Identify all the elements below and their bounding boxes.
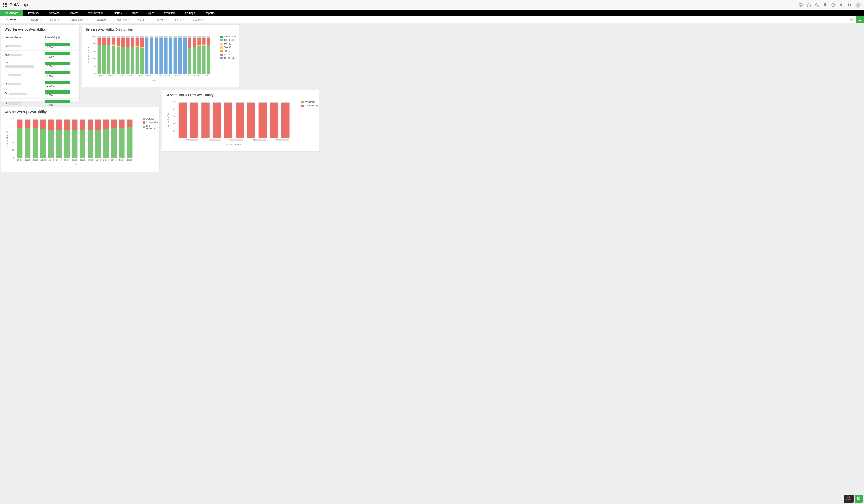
col-availability[interactable]: Availability (%) (41, 34, 80, 41)
svg-text:20:00: 20:00 (33, 159, 38, 161)
nav1-item-reports[interactable]: Reports (200, 10, 219, 16)
svg-text:100: 100 (172, 100, 176, 103)
svg-rect-192 (187, 139, 198, 141)
svg-rect-62 (178, 38, 182, 74)
legend-item[interactable]: 0 - 10 (220, 53, 238, 56)
search-icon[interactable] (815, 3, 819, 7)
screen-icon[interactable] (799, 3, 803, 7)
average-chart[interactable]: 020406080100Availability (%)18:0019:0020… (5, 117, 156, 166)
user-avatar[interactable] (855, 2, 861, 8)
legend-item[interactable]: 10 - 50 (220, 50, 238, 52)
table-row[interactable]: Its-100% (1, 70, 80, 79)
svg-rect-132 (87, 119, 93, 120)
chevron-down-icon: ▾ (129, 19, 130, 21)
nav1-item-maps[interactable]: Maps (127, 10, 143, 16)
panel-title: Servers Top-N Least Availability (162, 90, 319, 99)
nav1-item-apps[interactable]: Apps (143, 10, 159, 16)
svg-text:04:00: 04:00 (146, 74, 152, 77)
svg-rect-144 (119, 119, 124, 120)
legend-item[interactable]: 99.99 - 100 (220, 35, 238, 38)
nav1-item-network[interactable]: Network (44, 10, 64, 16)
svg-rect-176 (201, 102, 209, 103)
vibrate-icon[interactable] (831, 3, 835, 7)
nav2-item-ncm[interactable]: NCM▾ (134, 16, 151, 23)
topn-chart[interactable]: 020406080100Availability (%)171719ElElDe… (166, 100, 316, 146)
nav1-item-servers[interactable]: Servers (64, 10, 83, 16)
nav2-item-network[interactable]: Network▾ (25, 16, 46, 23)
svg-rect-189 (281, 103, 289, 138)
nav2-item-virtualization[interactable]: Virtualization▾ (66, 16, 92, 23)
svg-rect-66 (188, 48, 191, 74)
headset-icon[interactable] (807, 3, 811, 7)
svg-rect-186 (259, 102, 267, 103)
svg-text:02:00: 02:00 (137, 74, 142, 77)
svg-text:80: 80 (173, 108, 176, 110)
svg-text:15:00: 15:00 (111, 159, 117, 161)
svg-text:60: 60 (173, 115, 176, 118)
nav2-item-servers[interactable]: Servers▾ (46, 16, 66, 23)
legend-item[interactable]: 99 - 99.99 (220, 39, 238, 41)
svg-text:19:00: 19:00 (25, 159, 31, 161)
svg-rect-39 (131, 36, 134, 38)
svg-rect-24 (112, 45, 115, 46)
svg-rect-79 (202, 36, 205, 38)
nav2-item-ipam[interactable]: IPAM▾ (171, 16, 189, 23)
svg-rect-110 (33, 120, 38, 129)
svg-text:06:00: 06:00 (156, 74, 161, 77)
svg-point-3 (815, 3, 818, 6)
favorite-star-icon[interactable]: ★ (847, 16, 856, 23)
nav2-item-firewall[interactable]: Firewall▾ (151, 16, 171, 23)
legend-item[interactable]: UnAvailability (301, 104, 319, 107)
nav1-item-alarms[interactable]: Alarms (108, 10, 127, 16)
nav-overflow-icon[interactable]: ⋮ (856, 10, 864, 16)
legend-item[interactable]: 90 - 99 (220, 43, 238, 45)
col-device-name[interactable]: Device Name▲ (1, 34, 41, 41)
svg-rect-44 (141, 48, 144, 74)
nav1-item-workflow[interactable]: Workflow (159, 10, 180, 16)
nav1-item-virtualization[interactable]: Virtualization (83, 10, 108, 16)
nav1-item-dashboard[interactable]: Dashboard (0, 10, 23, 16)
svg-rect-72 (197, 46, 201, 74)
svg-rect-137 (103, 120, 109, 129)
table-row[interactable]: n2-c100% (1, 60, 80, 70)
nav2-item-overview[interactable]: Overview▾ (2, 16, 25, 23)
svg-text:0: 0 (175, 137, 176, 139)
plug-icon[interactable] (839, 3, 843, 7)
svg-rect-52 (155, 38, 158, 74)
legend-item[interactable]: Not Monitored (143, 125, 159, 130)
table-row[interactable]: De-100% (1, 89, 80, 98)
svg-rect-82 (207, 36, 210, 38)
apps-grid-icon[interactable] (3, 3, 7, 7)
legend-item[interactable]: 50 - 90 (220, 46, 238, 49)
svg-rect-178 (213, 102, 221, 103)
legend-item[interactable]: Unavailable (143, 121, 159, 124)
nav1-item-inventory[interactable]: Inventory (23, 10, 44, 16)
svg-rect-104 (17, 120, 23, 128)
svg-rect-177 (213, 103, 221, 138)
add-widget-button[interactable] (856, 16, 864, 23)
svg-rect-118 (56, 130, 62, 158)
legend-item[interactable]: Not Monitored (220, 57, 238, 59)
svg-rect-188 (270, 102, 278, 103)
nav2-item-storage[interactable]: Storage▾ (92, 16, 113, 23)
gear-icon[interactable] (847, 3, 851, 7)
topn-legend: AvailabilityUnAvailability (301, 101, 319, 108)
svg-rect-43 (136, 36, 139, 38)
svg-rect-198 (255, 139, 266, 141)
nav1-item-settings[interactable]: Settings (180, 10, 200, 16)
svg-text:Device Name: Device Name (227, 143, 241, 146)
legend-item[interactable]: Availability (301, 101, 319, 103)
svg-rect-15 (98, 38, 101, 45)
table-row[interactable]: Nfa100% (1, 50, 80, 60)
distribution-chart[interactable]: 020406080100Distribution (%)18:0020:0022… (86, 35, 236, 82)
nav2-item-custom[interactable]: Custom▾ (189, 16, 209, 23)
svg-rect-146 (127, 120, 132, 127)
svg-rect-73 (197, 45, 201, 46)
nav2-item-netflow[interactable]: NetFlow▾ (113, 16, 134, 23)
svg-text:13:00: 13:00 (95, 159, 101, 161)
table-row[interactable]: De100% (1, 79, 80, 89)
bell-icon[interactable] (823, 3, 827, 7)
table-row[interactable]: An100% (1, 41, 80, 51)
svg-rect-183 (247, 103, 255, 138)
legend-item[interactable]: Available (143, 118, 159, 120)
